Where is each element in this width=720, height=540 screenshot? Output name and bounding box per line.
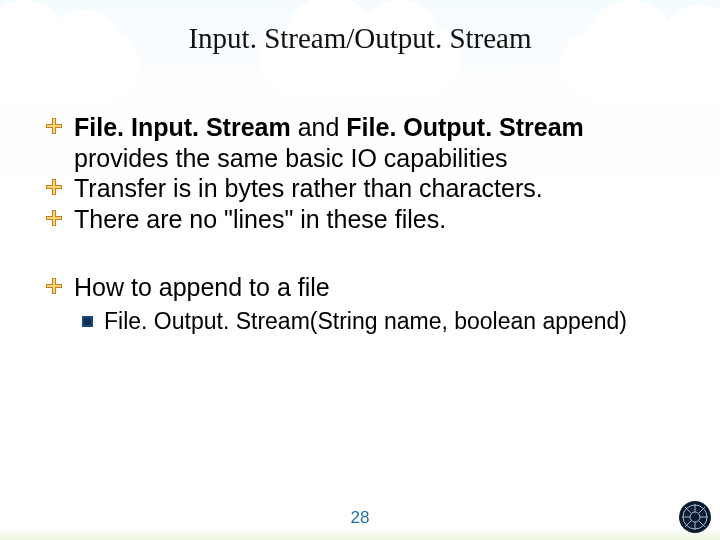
bullet-item: File. Input. Stream and File. Output. St… (46, 112, 674, 173)
slide-title: Input. Stream/Output. Stream (0, 22, 720, 55)
footer: 28 (0, 500, 720, 540)
sub-bullet-item: File. Output. Stream(String name, boolea… (74, 307, 674, 336)
cloud-decor (0, 0, 720, 110)
svg-rect-11 (47, 217, 61, 219)
slide-body: File. Input. Stream and File. Output. St… (46, 112, 674, 335)
footer-band (0, 528, 720, 540)
slide: Input. Stream/Output. Stream File. Input… (0, 0, 720, 540)
svg-point-22 (690, 512, 700, 522)
bullet-text: and (291, 113, 347, 141)
svg-rect-15 (47, 285, 61, 287)
bullet-text-bold: File. Input. Stream (74, 113, 291, 141)
bullet-text: There are no "lines" in these files. (74, 205, 446, 233)
plus-bullet-icon (46, 210, 62, 226)
square-bullet-icon (82, 316, 93, 327)
plus-bullet-icon (46, 118, 62, 134)
plus-bullet-icon (46, 179, 62, 195)
bullet-item: How to append to a file File. Output. St… (46, 272, 674, 335)
bullet-item: There are no "lines" in these files. (46, 204, 674, 235)
bullet-text: provides the same basic IO capabilities (74, 144, 508, 172)
page-number: 28 (0, 508, 720, 528)
bullet-text-bold: File. Output. Stream (346, 113, 584, 141)
bullet-item: Transfer is in bytes rather than charact… (46, 173, 674, 204)
svg-rect-7 (47, 186, 61, 188)
plus-bullet-icon (46, 278, 62, 294)
corner-logo-icon (678, 500, 712, 534)
bullet-text: How to append to a file (74, 273, 330, 301)
sub-bullet-text: File. Output. Stream(String name, boolea… (104, 308, 627, 334)
bullet-text: Transfer is in bytes rather than charact… (74, 174, 543, 202)
svg-rect-3 (47, 125, 61, 127)
